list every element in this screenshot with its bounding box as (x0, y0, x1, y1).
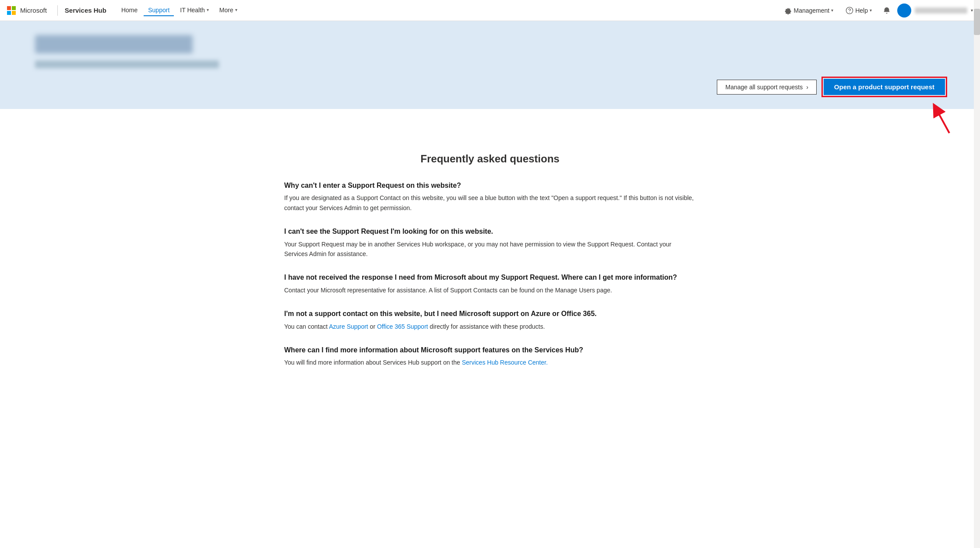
management-chevron-icon: ▾ (831, 8, 833, 13)
faq-item-0: Why can't I enter a Support Request on t… (284, 181, 696, 213)
nav-right: Management ▾ Help ▾ ▾ (779, 4, 973, 18)
user-avatar[interactable] (897, 4, 911, 18)
workspace-title-blurred (35, 35, 193, 53)
nav-it-health-label: IT Health (180, 7, 205, 14)
hero-banner: Manage all support requests › Open a pro… (0, 21, 980, 109)
faq-answer-4-prefix: You will find more information about Ser… (284, 359, 462, 366)
workspace-subtitle-blurred (35, 60, 219, 68)
scrollbar[interactable] (974, 0, 980, 408)
office365-support-link[interactable]: Office 365 Support (377, 323, 428, 330)
help-menu[interactable]: Help ▾ (841, 5, 876, 16)
app-name: Services Hub (65, 7, 106, 14)
azure-support-link[interactable]: Azure Support (329, 323, 368, 330)
notifications-button[interactable] (880, 4, 894, 18)
faq-answer-3: You can contact Azure Support or Office … (284, 322, 696, 331)
management-label: Management (793, 7, 829, 14)
help-chevron-icon: ▾ (870, 8, 872, 13)
main-content: Frequently asked questions Why can't I e… (249, 135, 731, 408)
faq-item-2: I have not received the response I need … (284, 273, 696, 295)
nav-support[interactable]: Support (144, 5, 174, 16)
faq-question-3: I'm not a support contact on this websit… (284, 309, 696, 319)
hero-actions: Manage all support requests › Open a pro… (35, 79, 945, 95)
faq-answer-3-middle: or (368, 323, 377, 330)
faq-title: Frequently asked questions (284, 153, 696, 165)
navbar: Microsoft Services Hub Home Support IT H… (0, 0, 980, 21)
faq-answer-3-prefix: You can contact (284, 323, 329, 330)
scrollbar-thumb[interactable] (974, 9, 980, 35)
nav-home[interactable]: Home (117, 5, 142, 16)
faq-question-2: I have not received the response I need … (284, 273, 696, 282)
faq-item-1: I can't see the Support Request I'm look… (284, 227, 696, 259)
faq-question-0: Why can't I enter a Support Request on t… (284, 181, 696, 190)
nav-items: Home Support IT Health ▾ More ▾ (117, 5, 776, 16)
annotation-arrow-container (0, 100, 954, 135)
microsoft-brand-text: Microsoft (20, 7, 47, 14)
manage-requests-button[interactable]: Manage all support requests › (717, 80, 816, 95)
faq-question-1: I can't see the Support Request I'm look… (284, 227, 696, 236)
faq-answer-3-suffix: directly for assistance with these produ… (428, 323, 545, 330)
svg-line-3 (936, 109, 949, 133)
faq-answer-4: You will find more information about Ser… (284, 358, 696, 367)
faq-answer-2: Contact your Microsoft representative fo… (284, 285, 696, 295)
management-menu[interactable]: Management ▾ (779, 5, 838, 16)
open-support-request-button[interactable]: Open a product support request (824, 79, 945, 95)
faq-item-4: Where can I find more information about … (284, 345, 696, 368)
nav-it-health[interactable]: IT Health ▾ (176, 5, 213, 16)
help-label: Help (855, 7, 868, 14)
bell-icon (883, 7, 891, 14)
faq-answer-1: Your Support Request may be in another S… (284, 239, 696, 259)
arrow-right-icon: › (806, 84, 808, 91)
more-chevron-icon: ▾ (235, 7, 237, 12)
user-menu-chevron-icon: ▾ (971, 8, 973, 13)
faq-answer-0: If you are designated as a Support Conta… (284, 193, 696, 213)
user-name-blurred (915, 7, 967, 14)
manage-requests-label: Manage all support requests (725, 84, 803, 91)
it-health-chevron-icon: ▾ (207, 7, 209, 12)
nav-divider (57, 5, 58, 16)
faq-question-4: Where can I find more information about … (284, 345, 696, 355)
red-arrow-annotation (927, 100, 954, 135)
open-request-label: Open a product support request (834, 83, 934, 91)
nav-more-label: More (219, 7, 233, 14)
resource-center-link[interactable]: Services Hub Resource Center. (462, 359, 548, 366)
faq-item-3: I'm not a support contact on this websit… (284, 309, 696, 331)
ms-logo-grid (7, 6, 16, 15)
gear-icon (784, 7, 792, 14)
nav-more[interactable]: More ▾ (215, 5, 242, 16)
help-icon (846, 7, 853, 14)
svg-point-1 (850, 12, 850, 12)
microsoft-logo[interactable]: Microsoft (7, 6, 47, 15)
